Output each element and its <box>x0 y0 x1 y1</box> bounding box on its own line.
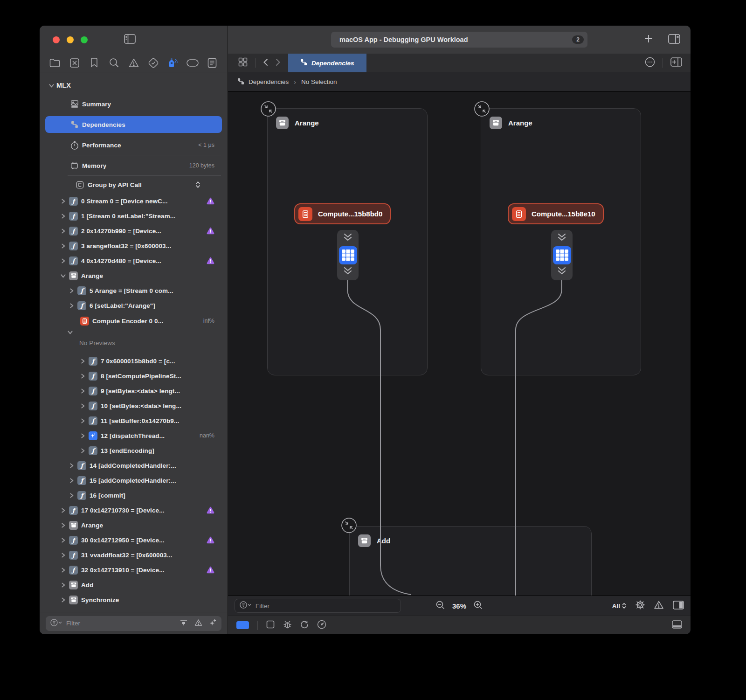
disclosure-right-icon[interactable] <box>80 403 88 409</box>
disclosure-right-icon[interactable] <box>61 199 68 204</box>
tab-overview-icon[interactable] <box>238 57 248 69</box>
disclosure-right-icon[interactable] <box>61 258 68 263</box>
tree-row[interactable]: ƒ2 0x14270b990 = [Device... <box>40 223 228 238</box>
disclosure-right-icon[interactable] <box>80 433 88 438</box>
tree-row[interactable]: ƒ10 [setBytes:<data> leng... <box>40 398 228 413</box>
group-by-api-call-control[interactable]: Group by API Call <box>40 176 228 194</box>
tree-row[interactable]: ƒ14 [addCompletedHandler:... <box>40 458 228 473</box>
sidebar-item-memory[interactable]: Memory120 bytes <box>40 155 228 176</box>
tree-root-mlx[interactable]: MLX <box>40 77 228 94</box>
disclosure-right-icon[interactable] <box>69 493 76 498</box>
breadcrumb-first[interactable]: Dependencies <box>249 78 289 85</box>
disclosure-down-icon[interactable] <box>49 83 56 88</box>
disclosure-right-icon[interactable] <box>61 508 68 513</box>
disclosure-right-icon[interactable] <box>61 568 68 573</box>
search-icon[interactable] <box>108 57 120 69</box>
collapse-group-icon[interactable] <box>341 518 357 533</box>
disclosure-right-icon[interactable] <box>61 553 68 558</box>
disclosure-right-icon[interactable] <box>69 288 76 293</box>
sidebar-item-summary[interactable]: Summary <box>40 94 228 114</box>
right-panel-icon[interactable] <box>673 601 684 611</box>
more-options-icon[interactable] <box>645 57 655 69</box>
bookmark-icon[interactable] <box>88 57 100 69</box>
disclosure-right-icon[interactable] <box>61 538 68 543</box>
disclosure-right-icon[interactable] <box>61 582 68 588</box>
disclosure-right-icon[interactable] <box>80 448 88 453</box>
add-tab-icon[interactable] <box>644 34 653 45</box>
disclosure-right-icon[interactable] <box>61 214 68 219</box>
tree-row[interactable]: Arange <box>40 518 228 533</box>
collapse-group-icon[interactable] <box>261 101 276 117</box>
filter-warnings-icon[interactable] <box>194 619 202 628</box>
warnings-icon[interactable] <box>654 601 663 611</box>
forward-icon[interactable] <box>276 58 281 68</box>
zoom-in-icon[interactable] <box>474 601 483 611</box>
disclosure-right-icon[interactable] <box>61 523 68 528</box>
tag-icon[interactable] <box>186 57 199 69</box>
compute-node-1[interactable]: Compute...15b8bd0 <box>294 203 391 224</box>
bottom-panel-icon[interactable] <box>672 620 682 631</box>
window-title-pill[interactable]: macOS App - Debugging GPU Workload 2 <box>331 32 587 48</box>
settings-gear-icon[interactable] <box>635 600 645 611</box>
tree-row[interactable]: ƒ11 [setBuffer:0x14270b9... <box>40 413 228 428</box>
buffer-pill-2[interactable] <box>551 230 573 280</box>
add-editor-icon[interactable] <box>670 57 682 69</box>
editor-split-icon[interactable] <box>668 34 680 46</box>
close-window-button[interactable] <box>53 36 60 43</box>
tree-row[interactable]: Add <box>40 577 228 592</box>
disclosure-right-icon[interactable] <box>69 463 76 468</box>
sidebar-item-dependencies[interactable]: Dependencies <box>40 114 228 135</box>
disclosure-right-icon[interactable] <box>69 478 76 483</box>
filter-sparkle-icon[interactable] <box>209 619 217 628</box>
collapse-group-icon[interactable] <box>474 101 490 117</box>
tree-row[interactable]: ƒ16 [commit] <box>40 488 228 503</box>
canvas-filter-input[interactable]: Filter <box>235 599 401 613</box>
disclosure-right-icon[interactable] <box>80 418 88 423</box>
previews-expander-icon[interactable] <box>40 329 228 336</box>
filter-flagged-icon[interactable] <box>180 619 188 628</box>
tree-row[interactable]: ƒ3 arangefloat32 = [0x600003... <box>40 238 228 253</box>
tree-row[interactable]: ƒ7 0x6000015b8bd0 = [c... <box>40 353 228 368</box>
performance-gauge-icon[interactable] <box>317 620 326 631</box>
disclosure-right-icon[interactable] <box>80 388 88 394</box>
zoom-window-button[interactable] <box>81 36 88 43</box>
debug-bug-icon[interactable] <box>283 620 292 631</box>
graph-group-add[interactable]: Add <box>349 526 592 596</box>
folder-icon[interactable] <box>49 57 61 69</box>
stepper-icon[interactable] <box>195 181 200 188</box>
compute-node-2[interactable]: Compute...15b8e10 <box>508 203 604 224</box>
tree-row-compute-encoder[interactable]: Compute Encoder 0 0...inf% <box>40 313 228 329</box>
tree-row[interactable]: Arange <box>40 268 228 283</box>
tree-row[interactable]: Synchronize <box>40 592 228 607</box>
test-icon[interactable] <box>147 57 159 69</box>
tree-row[interactable]: ƒ1 [Stream 0 setLabel:"Stream... <box>40 208 228 223</box>
tree-row[interactable]: ƒ4 0x14270d480 = [Device... <box>40 253 228 268</box>
buffer-pill-1[interactable] <box>337 230 359 280</box>
tree-row[interactable]: ƒ8 [setComputePipelineSt... <box>40 368 228 383</box>
tree-row[interactable]: ƒ31 vvaddfloat32 = [0x600003... <box>40 548 228 562</box>
tree-row[interactable]: ƒ9 [setBytes:<data> lengt... <box>40 383 228 398</box>
disclosure-right-icon[interactable] <box>61 229 68 234</box>
toggle-sidebar-icon[interactable] <box>124 34 136 46</box>
issues-icon[interactable] <box>128 57 140 69</box>
tree-row[interactable]: 12 [dispatchThread...nan% <box>40 428 228 443</box>
graph-mode-icon[interactable] <box>236 621 249 629</box>
scope-dropdown[interactable]: All <box>612 603 626 610</box>
tree-row[interactable]: ƒ32 0x142713910 = [Device... <box>40 562 228 577</box>
debug-spray-icon[interactable] <box>167 57 179 69</box>
disclosure-right-icon[interactable] <box>61 597 68 603</box>
disclosure-right-icon[interactable] <box>80 359 88 364</box>
reload-icon[interactable] <box>300 620 309 631</box>
minimize-window-button[interactable] <box>67 36 74 43</box>
report-icon[interactable] <box>206 57 218 69</box>
selection-mode-icon[interactable] <box>266 620 275 631</box>
disclosure-down-icon[interactable] <box>61 273 68 278</box>
tree-row[interactable]: ƒ0 Stream 0 = [Device newC... <box>40 194 228 208</box>
disclosure-right-icon[interactable] <box>69 303 76 308</box>
back-icon[interactable] <box>263 58 268 68</box>
disclosure-right-icon[interactable] <box>80 374 88 379</box>
disclosure-right-icon[interactable] <box>61 243 68 249</box>
dependency-graph-canvas[interactable]: Arange Arange Add Compute...15b8bd0 Comp… <box>228 92 691 596</box>
tree-row[interactable]: ƒ17 0x142710730 = [Device... <box>40 503 228 518</box>
tree-row[interactable]: ƒ30 0x142712950 = [Device... <box>40 533 228 548</box>
